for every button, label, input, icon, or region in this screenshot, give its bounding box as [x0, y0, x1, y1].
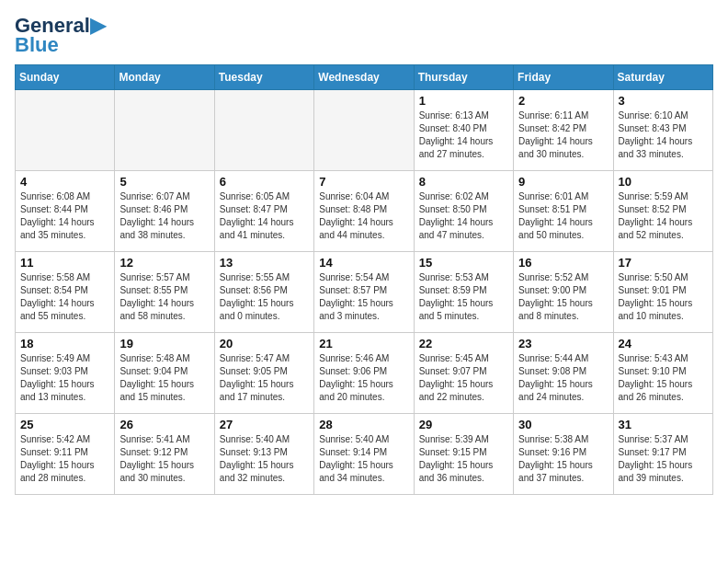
day-info: Sunrise: 5:40 AM Sunset: 9:14 PM Dayligh… — [319, 433, 408, 485]
day-info: Sunrise: 6:04 AM Sunset: 8:48 PM Dayligh… — [319, 190, 408, 242]
day-number: 17 — [619, 256, 708, 270]
day-number: 9 — [518, 175, 608, 189]
calendar-day-cell: 2Sunrise: 6:11 AM Sunset: 8:42 PM Daylig… — [514, 90, 613, 171]
header-cell-thursday: Thursday — [414, 65, 513, 90]
day-number: 22 — [419, 337, 508, 350]
calendar-table: SundayMondayTuesdayWednesdayThursdayFrid… — [15, 64, 713, 495]
day-number: 20 — [220, 337, 309, 350]
calendar-day-cell: 17Sunrise: 5:50 AM Sunset: 9:01 PM Dayli… — [613, 252, 712, 333]
calendar-day-cell: 7Sunrise: 6:04 AM Sunset: 8:48 PM Daylig… — [314, 171, 414, 252]
day-number: 21 — [319, 337, 408, 350]
day-number: 10 — [619, 175, 708, 189]
day-info: Sunrise: 5:40 AM Sunset: 9:13 PM Dayligh… — [220, 433, 309, 485]
day-number: 18 — [20, 337, 109, 350]
logo: General▶ Blue — [15, 15, 106, 57]
day-info: Sunrise: 6:08 AM Sunset: 8:44 PM Dayligh… — [20, 190, 109, 242]
day-number: 11 — [20, 256, 109, 270]
day-info: Sunrise: 5:53 AM Sunset: 8:59 PM Dayligh… — [419, 271, 508, 323]
calendar-day-cell — [314, 90, 414, 171]
header-cell-tuesday: Tuesday — [214, 65, 313, 90]
day-number: 3 — [619, 94, 708, 108]
day-info: Sunrise: 5:49 AM Sunset: 9:03 PM Dayligh… — [20, 352, 109, 404]
calendar-day-cell: 31Sunrise: 5:37 AM Sunset: 9:17 PM Dayli… — [613, 414, 712, 495]
day-number: 29 — [419, 418, 508, 431]
header-cell-sunday: Sunday — [16, 65, 115, 90]
day-number: 1 — [419, 94, 508, 108]
calendar-day-cell: 25Sunrise: 5:42 AM Sunset: 9:11 PM Dayli… — [16, 414, 115, 495]
day-number: 14 — [319, 256, 408, 270]
day-info: Sunrise: 5:45 AM Sunset: 9:07 PM Dayligh… — [419, 352, 508, 404]
day-info: Sunrise: 5:58 AM Sunset: 8:54 PM Dayligh… — [20, 271, 109, 323]
calendar-day-cell: 23Sunrise: 5:44 AM Sunset: 9:08 PM Dayli… — [514, 333, 613, 414]
day-number: 7 — [319, 175, 408, 189]
day-info: Sunrise: 5:39 AM Sunset: 9:15 PM Dayligh… — [419, 433, 508, 485]
calendar-day-cell: 20Sunrise: 5:47 AM Sunset: 9:05 PM Dayli… — [214, 333, 313, 414]
day-number: 4 — [20, 175, 109, 189]
day-number: 6 — [220, 175, 309, 189]
day-info: Sunrise: 5:54 AM Sunset: 8:57 PM Dayligh… — [319, 271, 408, 323]
day-number: 5 — [119, 175, 209, 189]
day-number: 16 — [518, 256, 608, 270]
day-number: 23 — [518, 337, 608, 350]
calendar-week-4: 18Sunrise: 5:49 AM Sunset: 9:03 PM Dayli… — [16, 333, 713, 414]
day-info: Sunrise: 5:41 AM Sunset: 9:12 PM Dayligh… — [119, 433, 209, 485]
calendar-day-cell: 11Sunrise: 5:58 AM Sunset: 8:54 PM Dayli… — [16, 252, 115, 333]
calendar-week-1: 1Sunrise: 6:13 AM Sunset: 8:40 PM Daylig… — [16, 90, 713, 171]
calendar-week-3: 11Sunrise: 5:58 AM Sunset: 8:54 PM Dayli… — [16, 252, 713, 333]
calendar-day-cell: 4Sunrise: 6:08 AM Sunset: 8:44 PM Daylig… — [16, 171, 115, 252]
header-cell-friday: Friday — [514, 65, 613, 90]
day-info: Sunrise: 6:13 AM Sunset: 8:40 PM Dayligh… — [419, 109, 508, 161]
day-number: 30 — [518, 418, 608, 431]
day-number: 31 — [619, 418, 708, 431]
calendar-day-cell: 28Sunrise: 5:40 AM Sunset: 9:14 PM Dayli… — [314, 414, 414, 495]
calendar-day-cell — [16, 90, 115, 171]
calendar-day-cell: 12Sunrise: 5:57 AM Sunset: 8:55 PM Dayli… — [115, 252, 214, 333]
day-info: Sunrise: 5:42 AM Sunset: 9:11 PM Dayligh… — [20, 433, 109, 485]
day-info: Sunrise: 5:52 AM Sunset: 9:00 PM Dayligh… — [518, 271, 608, 323]
calendar-day-cell — [214, 90, 313, 171]
day-info: Sunrise: 6:10 AM Sunset: 8:43 PM Dayligh… — [619, 109, 708, 161]
calendar-day-cell: 10Sunrise: 5:59 AM Sunset: 8:52 PM Dayli… — [613, 171, 712, 252]
header-cell-wednesday: Wednesday — [314, 65, 414, 90]
calendar-day-cell: 3Sunrise: 6:10 AM Sunset: 8:43 PM Daylig… — [613, 90, 712, 171]
calendar-day-cell — [115, 90, 214, 171]
calendar-week-2: 4Sunrise: 6:08 AM Sunset: 8:44 PM Daylig… — [16, 171, 713, 252]
day-number: 24 — [619, 337, 708, 350]
day-info: Sunrise: 6:05 AM Sunset: 8:47 PM Dayligh… — [220, 190, 309, 242]
calendar-day-cell: 9Sunrise: 6:01 AM Sunset: 8:51 PM Daylig… — [514, 171, 613, 252]
calendar-day-cell: 24Sunrise: 5:43 AM Sunset: 9:10 PM Dayli… — [613, 333, 712, 414]
calendar-day-cell: 16Sunrise: 5:52 AM Sunset: 9:00 PM Dayli… — [514, 252, 613, 333]
day-info: Sunrise: 6:07 AM Sunset: 8:46 PM Dayligh… — [119, 190, 209, 242]
calendar-day-cell: 19Sunrise: 5:48 AM Sunset: 9:04 PM Dayli… — [115, 333, 214, 414]
calendar-day-cell: 8Sunrise: 6:02 AM Sunset: 8:50 PM Daylig… — [414, 171, 513, 252]
calendar-day-cell: 14Sunrise: 5:54 AM Sunset: 8:57 PM Dayli… — [314, 252, 414, 333]
day-number: 2 — [518, 94, 608, 108]
day-number: 28 — [319, 418, 408, 431]
day-number: 15 — [419, 256, 508, 270]
day-info: Sunrise: 5:38 AM Sunset: 9:16 PM Dayligh… — [518, 433, 608, 485]
calendar-day-cell: 6Sunrise: 6:05 AM Sunset: 8:47 PM Daylig… — [214, 171, 313, 252]
calendar-day-cell: 18Sunrise: 5:49 AM Sunset: 9:03 PM Dayli… — [16, 333, 115, 414]
day-info: Sunrise: 6:01 AM Sunset: 8:51 PM Dayligh… — [518, 190, 608, 242]
day-info: Sunrise: 5:48 AM Sunset: 9:04 PM Dayligh… — [119, 352, 209, 404]
calendar-day-cell: 27Sunrise: 5:40 AM Sunset: 9:13 PM Dayli… — [214, 414, 313, 495]
calendar-day-cell: 1Sunrise: 6:13 AM Sunset: 8:40 PM Daylig… — [414, 90, 513, 171]
day-number: 25 — [20, 418, 109, 431]
calendar-day-cell: 5Sunrise: 6:07 AM Sunset: 8:46 PM Daylig… — [115, 171, 214, 252]
day-number: 8 — [419, 175, 508, 189]
calendar-header-row: SundayMondayTuesdayWednesdayThursdayFrid… — [16, 65, 713, 90]
calendar-day-cell: 30Sunrise: 5:38 AM Sunset: 9:16 PM Dayli… — [514, 414, 613, 495]
calendar-day-cell: 13Sunrise: 5:55 AM Sunset: 8:56 PM Dayli… — [214, 252, 313, 333]
day-info: Sunrise: 5:59 AM Sunset: 8:52 PM Dayligh… — [619, 190, 708, 242]
day-info: Sunrise: 5:57 AM Sunset: 8:55 PM Dayligh… — [119, 271, 209, 323]
day-info: Sunrise: 6:02 AM Sunset: 8:50 PM Dayligh… — [419, 190, 508, 242]
day-info: Sunrise: 5:37 AM Sunset: 9:17 PM Dayligh… — [619, 433, 708, 485]
header-cell-monday: Monday — [115, 65, 214, 90]
day-info: Sunrise: 5:46 AM Sunset: 9:06 PM Dayligh… — [319, 352, 408, 404]
day-number: 13 — [220, 256, 309, 270]
day-number: 12 — [119, 256, 209, 270]
day-number: 26 — [119, 418, 209, 431]
day-number: 27 — [220, 418, 309, 431]
calendar-day-cell: 29Sunrise: 5:39 AM Sunset: 9:15 PM Dayli… — [414, 414, 513, 495]
calendar-day-cell: 26Sunrise: 5:41 AM Sunset: 9:12 PM Dayli… — [115, 414, 214, 495]
